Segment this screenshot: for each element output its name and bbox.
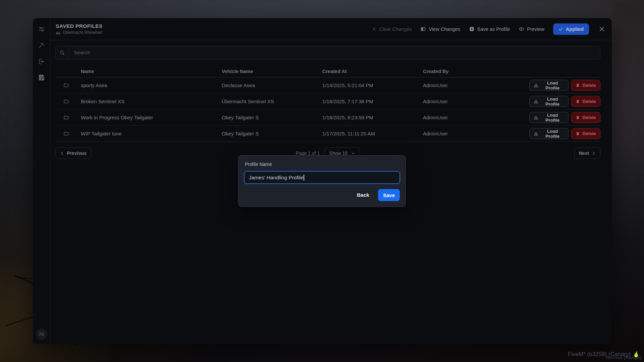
search-input[interactable]	[69, 46, 600, 59]
load-profile-button[interactable]: Load Profile	[529, 128, 569, 139]
sidebar-item-presets-wand[interactable]	[38, 42, 45, 49]
save-as-profile-button[interactable]: Save as Profile	[469, 26, 510, 32]
created-at-cell: 1/17/2025, 11:11:20 AM	[322, 131, 419, 136]
load-profile-button[interactable]: Load Profile	[529, 96, 569, 107]
trash-icon	[576, 83, 580, 87]
table-row: Work in Progress Obey Tailgater Obey Tai…	[55, 110, 600, 126]
profile-name-cell: Broken Sentinel XS	[81, 99, 218, 104]
chevron-left-icon	[60, 151, 64, 156]
vehicle-name-cell: Übermacht Sentinel XS	[222, 99, 318, 104]
previous-page-button[interactable]: Previous	[55, 147, 91, 159]
applied-button[interactable]: Applied	[553, 23, 589, 35]
profile-name-cell: Work in Progress Obey Tailgater	[81, 115, 218, 120]
load-profile-button[interactable]: Load Profile	[529, 112, 569, 123]
trash-icon	[576, 99, 580, 104]
load-profile-label: Load Profile	[541, 113, 564, 123]
table-header-row: Name Vehicle Name Created At Created By	[55, 66, 600, 77]
x-icon	[372, 26, 377, 32]
save-icon	[38, 74, 45, 81]
chevron-right-icon	[591, 151, 596, 156]
clear-changes-label: Clear Changes	[379, 26, 412, 32]
fivem-version-label: FiveM* (b3258) (Canary)	[568, 351, 631, 358]
created-at-cell: 1/16/2025, 7:17:38 PM	[322, 99, 419, 104]
preview-label: Preview	[527, 26, 544, 32]
trash-icon	[576, 115, 580, 120]
back-button[interactable]: Back	[357, 192, 369, 198]
export-icon	[38, 58, 45, 65]
created-by-cell: AdminUser	[423, 82, 525, 88]
vehicle-name-cell: Obey Tailgater S	[222, 131, 318, 136]
preview-button[interactable]: Preview	[519, 26, 544, 32]
row-actions: Load Profile Delete	[529, 96, 600, 107]
view-changes-button[interactable]: View Changes	[420, 26, 460, 32]
game-hud	[0, 342, 644, 362]
download-icon	[534, 115, 538, 120]
clear-changes-button[interactable]: Clear Changes	[372, 26, 412, 32]
trash-icon	[576, 131, 580, 136]
created-at-cell: 1/16/2025, 8:23:59 PM	[322, 115, 419, 120]
close-icon	[599, 26, 605, 32]
eye-icon	[519, 26, 524, 32]
save-button[interactable]: Save	[378, 189, 400, 201]
column-header-created-by: Created By	[423, 69, 525, 74]
download-icon	[534, 131, 538, 136]
delete-label: Delete	[582, 83, 596, 88]
check-icon	[558, 27, 563, 32]
vehicle-name-label: Übermacht Rhinehart	[63, 30, 103, 35]
delete-button[interactable]: Delete	[571, 128, 600, 139]
row-actions: Load Profile Delete	[529, 80, 600, 91]
profile-name-label: Profile Name	[244, 162, 400, 167]
column-header-created-at: Created At	[322, 69, 419, 74]
text-caret	[304, 175, 304, 181]
search-icon-box	[56, 46, 69, 59]
column-header-name: Name	[81, 69, 218, 74]
row-actions: Load Profile Delete	[529, 112, 600, 123]
view-changes-label: View Changes	[429, 26, 460, 32]
created-at-cell: 1/14/2025, 5:21:04 PM	[322, 82, 419, 88]
next-page-button[interactable]: Next	[574, 147, 600, 159]
delete-button[interactable]: Delete	[571, 112, 600, 123]
pear-icon	[633, 351, 639, 358]
header-actions: Clear Changes View Changes	[372, 23, 606, 35]
sliders-icon	[38, 25, 45, 33]
page-title: SAVED PROFILES	[56, 23, 103, 29]
close-button[interactable]	[598, 25, 606, 33]
folder-icon	[55, 82, 77, 88]
folder-icon	[55, 99, 77, 104]
search-icon	[59, 50, 65, 56]
table-row: Broken Sentinel XS Übermacht Sentinel XS…	[55, 94, 600, 110]
fivem-watermark: FiveM* (b3258) (Canary)	[568, 351, 639, 358]
magic-wand-icon	[38, 42, 45, 49]
download-icon	[534, 99, 538, 104]
panel-header: SAVED PROFILES Übermacht Rhinehart	[50, 18, 612, 40]
sidebar-item-export[interactable]	[38, 58, 45, 65]
table-row: WIP Tailgater tune Obey Tailgater S 1/17…	[55, 126, 600, 142]
folder-icon	[55, 115, 77, 120]
delete-button[interactable]: Delete	[571, 80, 600, 91]
delete-label: Delete	[582, 131, 596, 136]
dialog-buttons: Back Save	[244, 189, 400, 201]
profiles-table: Name Vehicle Name Created At Created By …	[55, 66, 600, 142]
sidebar: JG	[33, 18, 50, 344]
created-by-cell: AdminUser	[423, 115, 525, 120]
split-panel-icon	[420, 26, 426, 32]
load-profile-label: Load Profile	[541, 97, 564, 107]
profile-name-input[interactable]: James' Handling Profile	[244, 171, 400, 184]
sidebar-item-saved-profiles[interactable]	[38, 74, 45, 81]
delete-button[interactable]: Delete	[571, 96, 600, 107]
chevron-down-icon	[351, 151, 355, 156]
vehicle-name-cell: Obey Tailgater S	[222, 115, 318, 120]
load-profile-button[interactable]: Load Profile	[529, 80, 569, 91]
sidebar-item-handling-sliders[interactable]	[38, 25, 45, 33]
created-by-cell: AdminUser	[423, 99, 525, 104]
header-titles: SAVED PROFILES Übermacht Rhinehart	[56, 23, 103, 35]
profile-name-cell: WIP Tailgater tune	[81, 131, 218, 136]
applied-label: Applied	[566, 26, 584, 32]
car-icon	[56, 30, 61, 35]
profile-name-dialog: Profile Name James' Handling Profile Bac…	[238, 155, 406, 207]
avatar[interactable]: JG	[36, 328, 47, 340]
row-actions: Load Profile Delete	[529, 128, 600, 139]
load-profile-label: Load Profile	[541, 129, 564, 139]
table-row: sporty Asea Declasse Asea 1/14/2025, 5:2…	[55, 77, 600, 94]
download-icon	[534, 83, 538, 88]
